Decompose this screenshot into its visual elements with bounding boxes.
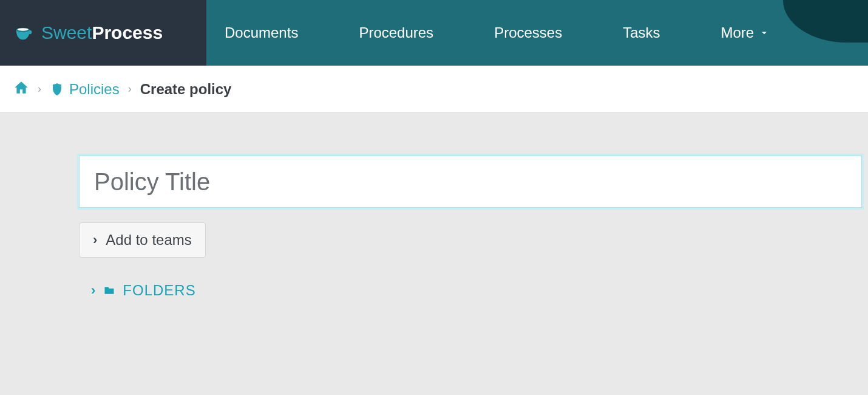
breadcrumb-policies-label: Policies [69,81,120,98]
nav-items: Documents Procedures Processes Tasks Mor… [206,0,868,66]
page-body: › Add to teams › FOLDERS [0,113,868,299]
brand-text-bold: Process [92,22,163,43]
brand-text-light: Sweet [41,22,92,43]
top-navbar: SweetProcess Documents Procedures Proces… [0,0,868,66]
folders-label: FOLDERS [123,282,195,299]
svg-point-1 [18,28,29,31]
nav-more[interactable]: More [721,24,770,41]
nav-procedures[interactable]: Procedures [359,24,433,41]
policy-icon [50,82,64,97]
cup-icon [13,22,35,44]
add-to-teams-button[interactable]: › Add to teams [79,222,206,258]
policy-title-input[interactable] [79,156,862,208]
breadcrumb-sep: › [38,83,41,95]
breadcrumb-sep-2: › [128,83,132,95]
home-icon [13,80,29,95]
chevron-right-icon: › [93,232,97,248]
brand-logo[interactable]: SweetProcess [0,0,206,66]
brand-text: SweetProcess [41,22,163,43]
nav-tasks[interactable]: Tasks [623,24,660,41]
folder-icon [102,284,117,297]
breadcrumb-home[interactable] [13,80,29,99]
folders-toggle[interactable]: › FOLDERS [79,282,196,299]
chevron-right-icon: › [91,283,96,298]
nav-documents[interactable]: Documents [225,24,298,41]
nav-more-label: More [721,24,754,41]
breadcrumb-policies[interactable]: Policies [50,81,120,98]
chevron-down-icon [759,27,770,38]
nav-processes[interactable]: Processes [494,24,562,41]
breadcrumb-current: Create policy [140,81,232,98]
breadcrumb: › Policies › Create policy [0,66,868,113]
add-to-teams-label: Add to teams [106,232,191,249]
